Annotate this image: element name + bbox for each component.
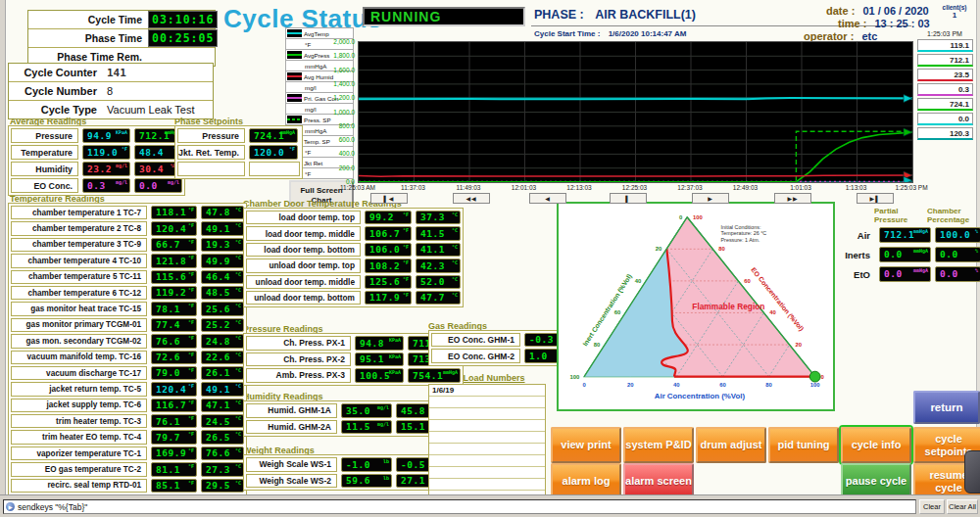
x-axis-tick: 12:49:03 bbox=[733, 184, 758, 191]
cycle-counter-value: 141 bbox=[103, 67, 126, 79]
phase-line: PHASE : AIR BACKFILL(1) bbox=[534, 8, 696, 22]
pallet-list-item bbox=[429, 408, 545, 420]
table-row: chamber temperature 4 TC-10121.8°F49.9°C bbox=[11, 254, 244, 267]
x-axis-tick: 11:49:03 bbox=[457, 184, 481, 191]
led-display: 49.9°C bbox=[201, 254, 244, 267]
table-row: Humid. GHM-2A11.5mg/l15.1%RH bbox=[246, 420, 447, 435]
chart-scroll-button[interactable]: ▶▶ bbox=[774, 193, 811, 204]
legend-unit: mg/l bbox=[286, 84, 317, 91]
led-unit: °F bbox=[188, 432, 194, 437]
cursor-value-box: 120.3 bbox=[917, 127, 973, 140]
button-system-p-id[interactable]: system P&ID bbox=[623, 427, 694, 463]
table-row: chamber temperature 1 TC-7118.1°F47.8°C bbox=[11, 206, 244, 219]
page-curl-tab[interactable] bbox=[964, 450, 980, 494]
led-value: 108.2 bbox=[369, 261, 407, 271]
led-unit: °C bbox=[235, 240, 241, 245]
led-display: 24.8°C bbox=[201, 334, 244, 348]
led-display: 22.6°C bbox=[201, 351, 244, 364]
sendkeys-icon: ▶ bbox=[6, 502, 15, 511]
led-value: 121.8 bbox=[156, 257, 192, 266]
chart-scroll-button[interactable]: ▶ bbox=[692, 193, 729, 204]
cycle-start-line: Cycle Start Time : 1/6/2020 10:14:47 AM bbox=[534, 29, 686, 38]
initial-conditions-line1: Initial Conditions: bbox=[721, 224, 761, 230]
reading-label: jacket return temp. TC-5 bbox=[11, 382, 147, 396]
window-left-edge bbox=[0, 0, 6, 494]
setpoint-label bbox=[177, 162, 245, 176]
led-unit: °F bbox=[188, 400, 194, 405]
command-input[interactable]: ▶ sendkeys "%{Tab}" bbox=[3, 499, 916, 514]
led-display: 47.1°C bbox=[201, 399, 244, 412]
y-axis-tick: 1,200.0 bbox=[318, 94, 355, 101]
legend-line-swatch bbox=[287, 116, 302, 123]
led-value: 46.4 bbox=[206, 272, 239, 282]
led-unit: °C bbox=[235, 432, 241, 437]
temperature-readings-table: chamber temperature 1 TC-7118.1°F47.8°Cc… bbox=[8, 203, 247, 495]
partial-pressure-header: Partial Pressure bbox=[874, 207, 923, 224]
initial-conditions-line2: Temperature: 26 °C bbox=[721, 230, 767, 236]
reading-label: chamber temperature 2 TC-8 bbox=[11, 221, 147, 235]
led-unit: °C bbox=[235, 288, 241, 293]
table-row: unload door temp. top108.2°F42.3°C bbox=[246, 258, 461, 272]
table-row: Jkt. Ret. Temp.120.0°F bbox=[177, 145, 300, 160]
led-unit: °C bbox=[235, 223, 241, 228]
led-display: 47.7°C bbox=[416, 291, 461, 305]
clear-button[interactable]: Clear bbox=[919, 499, 945, 514]
led-display: 76.6°F bbox=[151, 334, 197, 348]
chart-cursor-values: 119.1712.123.50.3724.10.0120.3 bbox=[917, 39, 973, 142]
button-pid-tuning[interactable]: pid tuning bbox=[768, 427, 839, 463]
led-value: 47.1 bbox=[206, 400, 239, 410]
led-unit: mmHgA bbox=[913, 249, 928, 254]
led-value: 120.4 bbox=[156, 385, 192, 395]
led-unit: °C bbox=[452, 260, 458, 265]
led-display: 94.9KPaA bbox=[82, 128, 130, 143]
led-value: 106.7 bbox=[369, 229, 407, 239]
reading-label: EO Conc. GHM-1 bbox=[431, 333, 520, 347]
led-value: 116.7 bbox=[156, 400, 192, 410]
chart-scroll-button[interactable]: ◀◀ bbox=[453, 193, 490, 204]
led-unit: °F bbox=[188, 288, 194, 293]
chart-scroll-button[interactable]: ▌◀ bbox=[370, 193, 408, 204]
led-unit: KPaA bbox=[116, 130, 127, 135]
led-unit: °C bbox=[235, 448, 241, 453]
reading-label: vacuum manifold temp. TC-16 bbox=[11, 351, 147, 364]
return-button[interactable]: return bbox=[913, 391, 980, 424]
x-axis-tick: 11:25:03 AM bbox=[340, 184, 375, 191]
table-row: chamber temperature 2 TC-8120.4°F49.1°C bbox=[11, 221, 244, 235]
phase-time-display: 00:25:05 bbox=[148, 29, 218, 47]
cycle-status-screen: Cycle Time 03:10:16 Phase Time 00:25:05 … bbox=[0, 0, 980, 517]
clients-indicator: client(s) 1 bbox=[933, 4, 976, 20]
cycle-type-label: Cycle Type bbox=[9, 104, 103, 116]
chart-scroll-button[interactable]: ◀ bbox=[529, 193, 566, 204]
led-display: 81.1°F bbox=[151, 462, 197, 476]
button-drum-adjust[interactable]: drum adjust bbox=[696, 427, 766, 463]
led-display: 66.7°F bbox=[151, 238, 197, 252]
led-display: 24.5°C bbox=[201, 414, 244, 428]
svg-text:0: 0 bbox=[821, 374, 825, 380]
reading-label: chamber temperature 1 TC-7 bbox=[11, 206, 147, 219]
led-display: 77.4°F bbox=[151, 318, 197, 332]
led-unit: °C bbox=[235, 400, 241, 405]
table-row: gas mon. secondary TCGM-0276.6°F24.8°C bbox=[11, 334, 244, 348]
button-cycle-info[interactable]: cycle info bbox=[841, 427, 911, 463]
reading-label: chamber temperature 6 TC-12 bbox=[11, 286, 147, 300]
time-row: time : 13 : 25 : 03 bbox=[838, 18, 930, 29]
led-value: 29.5 bbox=[206, 481, 239, 491]
pallet-list-item bbox=[429, 467, 545, 479]
phase-value: AIR BACKFILL(1) bbox=[595, 8, 696, 22]
reading-label: Ch. Press. PX-2 bbox=[246, 352, 351, 367]
table-row: Pressure94.9KPaA712.1mmHgA bbox=[11, 128, 182, 143]
led-display: 0.0mg/l bbox=[134, 178, 182, 193]
led-display: 19.3°C bbox=[201, 238, 244, 252]
led-value: 115.6 bbox=[156, 272, 192, 282]
led-display: 0.0mmHgA bbox=[879, 266, 931, 282]
button-view-print[interactable]: view print bbox=[551, 427, 621, 463]
led-unit: °C bbox=[452, 277, 458, 282]
chart-scroll-button[interactable]: ▌ bbox=[610, 193, 647, 204]
chart-scroll-button[interactable]: ▶▌ bbox=[857, 193, 894, 204]
clear-all-button[interactable]: Clear All bbox=[947, 499, 978, 514]
led-display: 0.0% bbox=[935, 247, 980, 262]
led-unit: °F bbox=[122, 147, 127, 152]
led-display: 0.0mmHgA bbox=[879, 247, 931, 262]
table-row: load door temp. bottom106.0°F41.1°C bbox=[246, 243, 461, 257]
led-display: 49.1°C bbox=[201, 221, 244, 235]
